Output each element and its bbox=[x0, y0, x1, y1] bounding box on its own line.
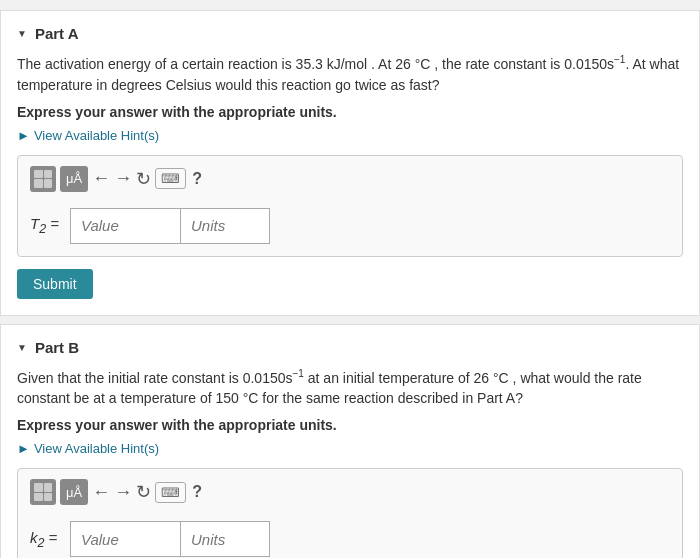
submit-button[interactable]: Submit bbox=[17, 269, 93, 299]
part-a-section: ▼ Part A The activation energy of a cert… bbox=[0, 10, 700, 316]
b-redo-button[interactable]: → bbox=[114, 482, 132, 503]
grid-icon-btn[interactable] bbox=[30, 166, 56, 192]
page-container: ▼ Part A The activation energy of a cert… bbox=[0, 0, 700, 558]
part-a-hint-link[interactable]: ► View Available Hint(s) bbox=[17, 128, 683, 143]
part-b-hint-link[interactable]: ► View Available Hint(s) bbox=[17, 441, 683, 456]
part-b-section: ▼ Part B Given that the initial rate con… bbox=[0, 324, 700, 558]
part-a-header: ▼ Part A bbox=[17, 25, 683, 42]
grid-cell-1 bbox=[34, 170, 43, 179]
part-b-units-input[interactable] bbox=[180, 521, 270, 557]
part-b-value-input[interactable] bbox=[70, 521, 180, 557]
b-grid-icon-btn[interactable] bbox=[30, 479, 56, 505]
grid-cell-2 bbox=[44, 170, 53, 179]
b-grid-cell-3 bbox=[34, 493, 43, 502]
part-a-answer-row: T2 = bbox=[30, 208, 670, 244]
part-b-problem-text: Given that the initial rate constant is … bbox=[17, 366, 683, 410]
b-refresh-button[interactable]: ↻ bbox=[136, 481, 151, 503]
b-help-question-btn[interactable]: ? bbox=[192, 483, 202, 501]
part-a-units-input[interactable] bbox=[180, 208, 270, 244]
hint-b-arrow-icon: ► bbox=[17, 441, 30, 456]
refresh-button[interactable]: ↻ bbox=[136, 168, 151, 190]
b-keyboard-icon-btn[interactable]: ⌨ bbox=[155, 482, 186, 503]
part-b-variable-label: k2 = bbox=[30, 529, 62, 550]
undo-button[interactable]: ← bbox=[92, 168, 110, 189]
part-a-collapse-arrow[interactable]: ▼ bbox=[17, 28, 27, 39]
part-b-toolbar: μÅ ← → ↻ ⌨ ? bbox=[30, 479, 670, 511]
keyboard-icon-btn[interactable]: ⌨ bbox=[155, 168, 186, 189]
part-b-instruction: Express your answer with the appropriate… bbox=[17, 417, 683, 433]
b-grid-cell-4 bbox=[44, 493, 53, 502]
grid-cell-4 bbox=[44, 179, 53, 188]
part-b-header: ▼ Part B bbox=[17, 339, 683, 356]
part-b-answer-row: k2 = bbox=[30, 521, 670, 557]
redo-button[interactable]: → bbox=[114, 168, 132, 189]
part-b-title: Part B bbox=[35, 339, 79, 356]
mu-btn[interactable]: μÅ bbox=[60, 166, 88, 192]
grid-cell-3 bbox=[34, 179, 43, 188]
b-grid-cell-2 bbox=[44, 483, 53, 492]
part-a-toolbar: μÅ ← → ↻ ⌨ ? bbox=[30, 166, 670, 198]
part-a-instruction: Express your answer with the appropriate… bbox=[17, 104, 683, 120]
part-a-title: Part A bbox=[35, 25, 79, 42]
grid-icon bbox=[34, 170, 52, 188]
b-grid-icon bbox=[34, 483, 52, 501]
b-mu-btn[interactable]: μÅ bbox=[60, 479, 88, 505]
part-b-answer-box: μÅ ← → ↻ ⌨ ? k2 = bbox=[17, 468, 683, 558]
part-b-collapse-arrow[interactable]: ▼ bbox=[17, 342, 27, 353]
b-grid-cell-1 bbox=[34, 483, 43, 492]
b-undo-button[interactable]: ← bbox=[92, 482, 110, 503]
part-a-value-input[interactable] bbox=[70, 208, 180, 244]
help-question-btn[interactable]: ? bbox=[192, 170, 202, 188]
part-a-variable-label: T2 = bbox=[30, 215, 62, 236]
part-a-answer-box: μÅ ← → ↻ ⌨ ? T2 = bbox=[17, 155, 683, 257]
hint-arrow-icon: ► bbox=[17, 128, 30, 143]
part-a-problem-text: The activation energy of a certain react… bbox=[17, 52, 683, 96]
